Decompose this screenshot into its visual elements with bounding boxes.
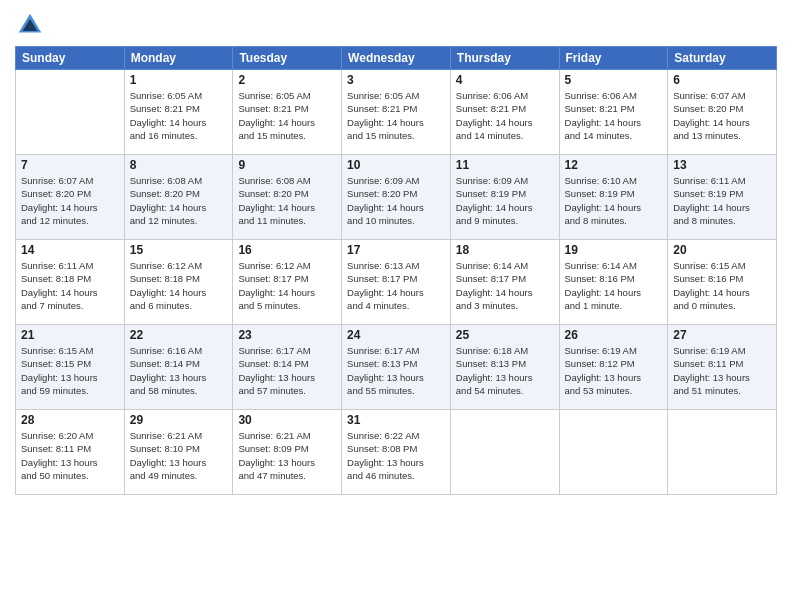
- page: SundayMondayTuesdayWednesdayThursdayFrid…: [0, 0, 792, 612]
- calendar-cell: 14Sunrise: 6:11 AMSunset: 8:18 PMDayligh…: [16, 240, 125, 325]
- weekday-header-wednesday: Wednesday: [342, 47, 451, 70]
- day-info: Sunrise: 6:05 AMSunset: 8:21 PMDaylight:…: [130, 89, 228, 142]
- calendar-cell: 18Sunrise: 6:14 AMSunset: 8:17 PMDayligh…: [450, 240, 559, 325]
- calendar-cell: 26Sunrise: 6:19 AMSunset: 8:12 PMDayligh…: [559, 325, 668, 410]
- day-number: 16: [238, 243, 336, 257]
- day-number: 10: [347, 158, 445, 172]
- calendar-cell: 5Sunrise: 6:06 AMSunset: 8:21 PMDaylight…: [559, 70, 668, 155]
- day-info: Sunrise: 6:11 AMSunset: 8:19 PMDaylight:…: [673, 174, 771, 227]
- week-row-3: 14Sunrise: 6:11 AMSunset: 8:18 PMDayligh…: [16, 240, 777, 325]
- calendar-cell: 12Sunrise: 6:10 AMSunset: 8:19 PMDayligh…: [559, 155, 668, 240]
- day-info: Sunrise: 6:06 AMSunset: 8:21 PMDaylight:…: [456, 89, 554, 142]
- calendar-cell: 24Sunrise: 6:17 AMSunset: 8:13 PMDayligh…: [342, 325, 451, 410]
- day-number: 29: [130, 413, 228, 427]
- day-info: Sunrise: 6:15 AMSunset: 8:15 PMDaylight:…: [21, 344, 119, 397]
- day-number: 30: [238, 413, 336, 427]
- day-info: Sunrise: 6:09 AMSunset: 8:19 PMDaylight:…: [456, 174, 554, 227]
- week-row-2: 7Sunrise: 6:07 AMSunset: 8:20 PMDaylight…: [16, 155, 777, 240]
- calendar-cell: 1Sunrise: 6:05 AMSunset: 8:21 PMDaylight…: [124, 70, 233, 155]
- calendar-cell: 30Sunrise: 6:21 AMSunset: 8:09 PMDayligh…: [233, 410, 342, 495]
- day-info: Sunrise: 6:15 AMSunset: 8:16 PMDaylight:…: [673, 259, 771, 312]
- weekday-header-monday: Monday: [124, 47, 233, 70]
- day-info: Sunrise: 6:14 AMSunset: 8:16 PMDaylight:…: [565, 259, 663, 312]
- day-number: 4: [456, 73, 554, 87]
- weekday-header-sunday: Sunday: [16, 47, 125, 70]
- day-number: 13: [673, 158, 771, 172]
- day-info: Sunrise: 6:05 AMSunset: 8:21 PMDaylight:…: [238, 89, 336, 142]
- day-number: 23: [238, 328, 336, 342]
- day-info: Sunrise: 6:13 AMSunset: 8:17 PMDaylight:…: [347, 259, 445, 312]
- calendar-cell: 6Sunrise: 6:07 AMSunset: 8:20 PMDaylight…: [668, 70, 777, 155]
- calendar-cell: 3Sunrise: 6:05 AMSunset: 8:21 PMDaylight…: [342, 70, 451, 155]
- weekday-header-tuesday: Tuesday: [233, 47, 342, 70]
- calendar-cell: 4Sunrise: 6:06 AMSunset: 8:21 PMDaylight…: [450, 70, 559, 155]
- day-info: Sunrise: 6:21 AMSunset: 8:10 PMDaylight:…: [130, 429, 228, 482]
- day-info: Sunrise: 6:20 AMSunset: 8:11 PMDaylight:…: [21, 429, 119, 482]
- day-number: 20: [673, 243, 771, 257]
- weekday-header-thursday: Thursday: [450, 47, 559, 70]
- day-info: Sunrise: 6:05 AMSunset: 8:21 PMDaylight:…: [347, 89, 445, 142]
- calendar-table: SundayMondayTuesdayWednesdayThursdayFrid…: [15, 46, 777, 495]
- day-info: Sunrise: 6:12 AMSunset: 8:18 PMDaylight:…: [130, 259, 228, 312]
- day-number: 15: [130, 243, 228, 257]
- day-info: Sunrise: 6:07 AMSunset: 8:20 PMDaylight:…: [673, 89, 771, 142]
- calendar-cell: [16, 70, 125, 155]
- logo: [15, 10, 49, 40]
- calendar-cell: [668, 410, 777, 495]
- day-number: 12: [565, 158, 663, 172]
- calendar-cell: 15Sunrise: 6:12 AMSunset: 8:18 PMDayligh…: [124, 240, 233, 325]
- day-number: 28: [21, 413, 119, 427]
- day-number: 7: [21, 158, 119, 172]
- day-number: 18: [456, 243, 554, 257]
- day-number: 19: [565, 243, 663, 257]
- calendar-cell: 23Sunrise: 6:17 AMSunset: 8:14 PMDayligh…: [233, 325, 342, 410]
- day-number: 1: [130, 73, 228, 87]
- day-number: 8: [130, 158, 228, 172]
- calendar-cell: 25Sunrise: 6:18 AMSunset: 8:13 PMDayligh…: [450, 325, 559, 410]
- day-number: 2: [238, 73, 336, 87]
- weekday-header-row: SundayMondayTuesdayWednesdayThursdayFrid…: [16, 47, 777, 70]
- day-info: Sunrise: 6:14 AMSunset: 8:17 PMDaylight:…: [456, 259, 554, 312]
- week-row-1: 1Sunrise: 6:05 AMSunset: 8:21 PMDaylight…: [16, 70, 777, 155]
- day-info: Sunrise: 6:11 AMSunset: 8:18 PMDaylight:…: [21, 259, 119, 312]
- day-number: 26: [565, 328, 663, 342]
- day-info: Sunrise: 6:09 AMSunset: 8:20 PMDaylight:…: [347, 174, 445, 227]
- calendar-cell: 9Sunrise: 6:08 AMSunset: 8:20 PMDaylight…: [233, 155, 342, 240]
- calendar-cell: 21Sunrise: 6:15 AMSunset: 8:15 PMDayligh…: [16, 325, 125, 410]
- calendar-cell: 20Sunrise: 6:15 AMSunset: 8:16 PMDayligh…: [668, 240, 777, 325]
- day-info: Sunrise: 6:19 AMSunset: 8:12 PMDaylight:…: [565, 344, 663, 397]
- calendar-cell: 28Sunrise: 6:20 AMSunset: 8:11 PMDayligh…: [16, 410, 125, 495]
- day-info: Sunrise: 6:16 AMSunset: 8:14 PMDaylight:…: [130, 344, 228, 397]
- day-number: 6: [673, 73, 771, 87]
- calendar-cell: 7Sunrise: 6:07 AMSunset: 8:20 PMDaylight…: [16, 155, 125, 240]
- calendar-cell: 17Sunrise: 6:13 AMSunset: 8:17 PMDayligh…: [342, 240, 451, 325]
- day-info: Sunrise: 6:07 AMSunset: 8:20 PMDaylight:…: [21, 174, 119, 227]
- calendar-cell: 29Sunrise: 6:21 AMSunset: 8:10 PMDayligh…: [124, 410, 233, 495]
- day-number: 21: [21, 328, 119, 342]
- day-number: 5: [565, 73, 663, 87]
- day-info: Sunrise: 6:22 AMSunset: 8:08 PMDaylight:…: [347, 429, 445, 482]
- calendar-cell: 22Sunrise: 6:16 AMSunset: 8:14 PMDayligh…: [124, 325, 233, 410]
- calendar-cell: 11Sunrise: 6:09 AMSunset: 8:19 PMDayligh…: [450, 155, 559, 240]
- calendar-cell: 10Sunrise: 6:09 AMSunset: 8:20 PMDayligh…: [342, 155, 451, 240]
- calendar-cell: 13Sunrise: 6:11 AMSunset: 8:19 PMDayligh…: [668, 155, 777, 240]
- day-info: Sunrise: 6:10 AMSunset: 8:19 PMDaylight:…: [565, 174, 663, 227]
- calendar-cell: 31Sunrise: 6:22 AMSunset: 8:08 PMDayligh…: [342, 410, 451, 495]
- day-info: Sunrise: 6:08 AMSunset: 8:20 PMDaylight:…: [130, 174, 228, 227]
- weekday-header-saturday: Saturday: [668, 47, 777, 70]
- week-row-5: 28Sunrise: 6:20 AMSunset: 8:11 PMDayligh…: [16, 410, 777, 495]
- day-number: 17: [347, 243, 445, 257]
- logo-icon: [15, 10, 45, 40]
- day-info: Sunrise: 6:08 AMSunset: 8:20 PMDaylight:…: [238, 174, 336, 227]
- day-number: 22: [130, 328, 228, 342]
- day-info: Sunrise: 6:19 AMSunset: 8:11 PMDaylight:…: [673, 344, 771, 397]
- day-number: 14: [21, 243, 119, 257]
- day-info: Sunrise: 6:18 AMSunset: 8:13 PMDaylight:…: [456, 344, 554, 397]
- calendar-cell: 16Sunrise: 6:12 AMSunset: 8:17 PMDayligh…: [233, 240, 342, 325]
- week-row-4: 21Sunrise: 6:15 AMSunset: 8:15 PMDayligh…: [16, 325, 777, 410]
- calendar-cell: 19Sunrise: 6:14 AMSunset: 8:16 PMDayligh…: [559, 240, 668, 325]
- day-info: Sunrise: 6:21 AMSunset: 8:09 PMDaylight:…: [238, 429, 336, 482]
- day-number: 31: [347, 413, 445, 427]
- day-info: Sunrise: 6:17 AMSunset: 8:14 PMDaylight:…: [238, 344, 336, 397]
- header: [15, 10, 777, 40]
